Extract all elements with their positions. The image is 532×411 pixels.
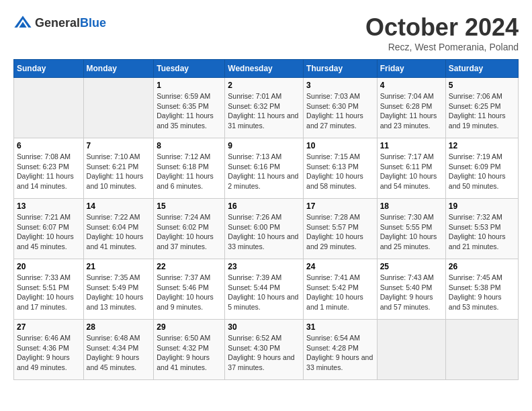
day-cell xyxy=(377,320,445,380)
day-cell xyxy=(83,78,154,138)
day-number: 5 xyxy=(449,81,515,90)
column-header-monday: Monday xyxy=(83,60,154,78)
day-cell: 18Sunrise: 7:30 AMSunset: 5:55 PMDayligh… xyxy=(377,199,445,259)
calendar-header-row: SundayMondayTuesdayWednesdayThursdayFrid… xyxy=(14,60,519,78)
column-header-sunday: Sunday xyxy=(14,60,84,78)
day-number: 18 xyxy=(380,201,443,211)
column-header-tuesday: Tuesday xyxy=(154,60,225,78)
day-number: 28 xyxy=(87,322,151,332)
day-info: Sunrise: 7:30 AMSunset: 5:55 PMDaylight:… xyxy=(380,212,443,252)
day-cell: 21Sunrise: 7:35 AMSunset: 5:49 PMDayligh… xyxy=(83,259,154,320)
day-info: Sunrise: 6:52 AMSunset: 4:30 PMDaylight:… xyxy=(228,333,300,373)
day-cell: 26Sunrise: 7:45 AMSunset: 5:38 PMDayligh… xyxy=(445,259,518,320)
column-header-thursday: Thursday xyxy=(304,60,378,78)
day-number: 22 xyxy=(157,262,222,271)
day-number: 20 xyxy=(17,262,81,271)
day-info: Sunrise: 7:19 AMSunset: 6:09 PMDaylight:… xyxy=(449,152,515,191)
day-number: 15 xyxy=(157,201,222,211)
day-number: 17 xyxy=(306,201,374,211)
day-cell: 30Sunrise: 6:52 AMSunset: 4:30 PMDayligh… xyxy=(225,320,304,380)
day-cell: 6Sunrise: 7:08 AMSunset: 6:23 PMDaylight… xyxy=(14,138,84,199)
calendar-table: SundayMondayTuesdayWednesdayThursdayFrid… xyxy=(13,59,519,380)
day-cell: 31Sunrise: 6:54 AMSunset: 4:28 PMDayligh… xyxy=(304,320,378,380)
day-info: Sunrise: 7:41 AMSunset: 5:42 PMDaylight:… xyxy=(306,273,374,312)
day-cell: 23Sunrise: 7:39 AMSunset: 5:44 PMDayligh… xyxy=(225,259,304,320)
day-info: Sunrise: 7:12 AMSunset: 6:18 PMDaylight:… xyxy=(157,152,222,191)
column-header-saturday: Saturday xyxy=(445,60,518,78)
day-info: Sunrise: 6:59 AMSunset: 6:35 PMDaylight:… xyxy=(157,91,222,131)
logo-text-general: General xyxy=(35,16,80,30)
day-number: 16 xyxy=(228,201,300,211)
day-info: Sunrise: 7:33 AMSunset: 5:51 PMDaylight:… xyxy=(17,273,81,312)
day-cell: 27Sunrise: 6:46 AMSunset: 4:36 PMDayligh… xyxy=(14,320,84,380)
day-info: Sunrise: 7:06 AMSunset: 6:25 PMDaylight:… xyxy=(449,91,515,131)
column-header-friday: Friday xyxy=(377,60,445,78)
day-cell: 12Sunrise: 7:19 AMSunset: 6:09 PMDayligh… xyxy=(445,138,518,199)
day-cell: 17Sunrise: 7:28 AMSunset: 5:57 PMDayligh… xyxy=(304,199,378,259)
day-number: 29 xyxy=(157,322,222,332)
day-number: 8 xyxy=(157,141,222,150)
day-info: Sunrise: 6:48 AMSunset: 4:34 PMDaylight:… xyxy=(87,333,151,373)
week-row: 20Sunrise: 7:33 AMSunset: 5:51 PMDayligh… xyxy=(14,259,519,320)
day-cell: 5Sunrise: 7:06 AMSunset: 6:25 PMDaylight… xyxy=(445,78,518,138)
day-cell: 14Sunrise: 7:22 AMSunset: 6:04 PMDayligh… xyxy=(83,199,154,259)
day-cell: 15Sunrise: 7:24 AMSunset: 6:02 PMDayligh… xyxy=(154,199,225,259)
day-number: 23 xyxy=(228,262,300,271)
week-row: 6Sunrise: 7:08 AMSunset: 6:23 PMDaylight… xyxy=(14,138,519,199)
day-cell: 16Sunrise: 7:26 AMSunset: 6:00 PMDayligh… xyxy=(225,199,304,259)
day-info: Sunrise: 7:32 AMSunset: 5:53 PMDaylight:… xyxy=(449,212,515,252)
day-cell: 28Sunrise: 6:48 AMSunset: 4:34 PMDayligh… xyxy=(83,320,154,380)
column-header-wednesday: Wednesday xyxy=(225,60,304,78)
day-cell: 25Sunrise: 7:43 AMSunset: 5:40 PMDayligh… xyxy=(377,259,445,320)
day-number: 14 xyxy=(87,201,151,211)
day-info: Sunrise: 7:39 AMSunset: 5:44 PMDaylight:… xyxy=(228,273,300,312)
day-number: 24 xyxy=(306,262,374,271)
day-info: Sunrise: 7:01 AMSunset: 6:32 PMDaylight:… xyxy=(228,91,300,131)
page-header: GeneralBlue October 2024 Recz, West Pome… xyxy=(13,13,519,52)
day-cell: 2Sunrise: 7:01 AMSunset: 6:32 PMDaylight… xyxy=(225,78,304,138)
day-cell xyxy=(14,78,84,138)
day-number: 11 xyxy=(380,141,443,150)
day-cell: 7Sunrise: 7:10 AMSunset: 6:21 PMDaylight… xyxy=(83,138,154,199)
day-number: 25 xyxy=(380,262,443,271)
day-info: Sunrise: 7:43 AMSunset: 5:40 PMDaylight:… xyxy=(380,273,443,312)
day-info: Sunrise: 7:37 AMSunset: 5:46 PMDaylight:… xyxy=(157,273,222,312)
day-number: 19 xyxy=(449,201,515,211)
day-number: 1 xyxy=(157,81,222,90)
day-number: 3 xyxy=(306,81,374,90)
week-row: 1Sunrise: 6:59 AMSunset: 6:35 PMDaylight… xyxy=(14,78,519,138)
day-cell: 13Sunrise: 7:21 AMSunset: 6:07 PMDayligh… xyxy=(14,199,84,259)
day-cell: 9Sunrise: 7:13 AMSunset: 6:16 PMDaylight… xyxy=(225,138,304,199)
day-number: 9 xyxy=(228,141,300,150)
day-cell: 20Sunrise: 7:33 AMSunset: 5:51 PMDayligh… xyxy=(14,259,84,320)
day-number: 12 xyxy=(449,141,515,150)
day-info: Sunrise: 7:03 AMSunset: 6:30 PMDaylight:… xyxy=(306,91,374,131)
title-section: October 2024 Recz, West Pomerania, Polan… xyxy=(365,13,519,52)
day-number: 6 xyxy=(17,141,81,150)
day-info: Sunrise: 7:26 AMSunset: 6:00 PMDaylight:… xyxy=(228,212,300,252)
day-number: 31 xyxy=(306,322,374,332)
day-info: Sunrise: 7:08 AMSunset: 6:23 PMDaylight:… xyxy=(17,152,81,191)
day-info: Sunrise: 7:17 AMSunset: 6:11 PMDaylight:… xyxy=(380,152,443,191)
day-cell xyxy=(445,320,518,380)
day-info: Sunrise: 7:15 AMSunset: 6:13 PMDaylight:… xyxy=(306,152,374,191)
day-info: Sunrise: 7:10 AMSunset: 6:21 PMDaylight:… xyxy=(87,152,151,191)
logo: GeneralBlue xyxy=(13,13,106,32)
day-cell: 22Sunrise: 7:37 AMSunset: 5:46 PMDayligh… xyxy=(154,259,225,320)
day-cell: 11Sunrise: 7:17 AMSunset: 6:11 PMDayligh… xyxy=(377,138,445,199)
month-title: October 2024 xyxy=(365,13,519,42)
day-info: Sunrise: 7:22 AMSunset: 6:04 PMDaylight:… xyxy=(87,212,151,252)
day-number: 2 xyxy=(228,81,300,90)
day-cell: 24Sunrise: 7:41 AMSunset: 5:42 PMDayligh… xyxy=(304,259,378,320)
day-cell: 3Sunrise: 7:03 AMSunset: 6:30 PMDaylight… xyxy=(304,78,378,138)
location: Recz, West Pomerania, Poland xyxy=(365,42,519,52)
day-cell: 29Sunrise: 6:50 AMSunset: 4:32 PMDayligh… xyxy=(154,320,225,380)
day-cell: 8Sunrise: 7:12 AMSunset: 6:18 PMDaylight… xyxy=(154,138,225,199)
week-row: 13Sunrise: 7:21 AMSunset: 6:07 PMDayligh… xyxy=(14,199,519,259)
day-info: Sunrise: 7:28 AMSunset: 5:57 PMDaylight:… xyxy=(306,212,374,252)
day-number: 27 xyxy=(17,322,81,332)
day-info: Sunrise: 7:45 AMSunset: 5:38 PMDaylight:… xyxy=(449,273,515,312)
day-cell: 1Sunrise: 6:59 AMSunset: 6:35 PMDaylight… xyxy=(154,78,225,138)
day-info: Sunrise: 6:46 AMSunset: 4:36 PMDaylight:… xyxy=(17,333,81,373)
week-row: 27Sunrise: 6:46 AMSunset: 4:36 PMDayligh… xyxy=(14,320,519,380)
